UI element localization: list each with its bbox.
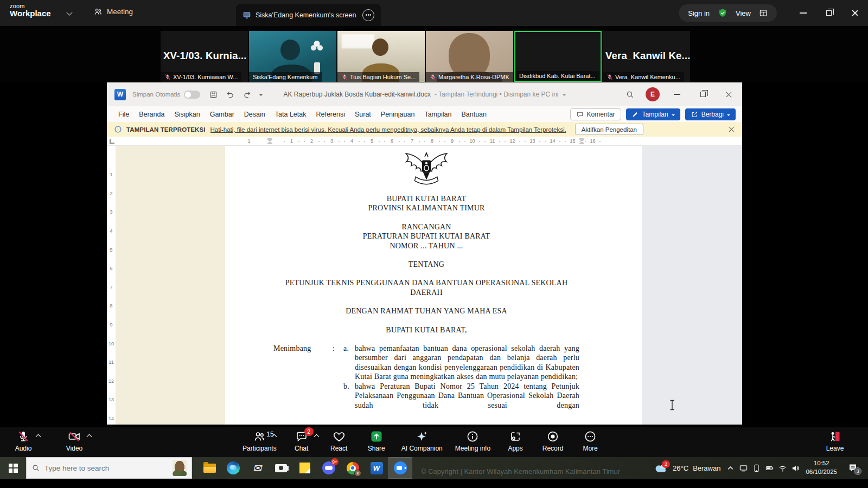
banner-close-icon[interactable] bbox=[727, 125, 736, 133]
ribbon-tab[interactable]: Peninjauan bbox=[376, 108, 420, 120]
participant-tile[interactable]: XV-1/03. Kurnia... XV-1/03. Kurniawan W.… bbox=[161, 31, 248, 82]
taskbar-app[interactable]: W bbox=[365, 457, 388, 479]
title-chevron-icon[interactable] bbox=[563, 94, 566, 98]
chevron-up-icon[interactable] bbox=[87, 434, 92, 440]
close-button[interactable] bbox=[842, 0, 868, 26]
participant-tile[interactable]: Margaretha K.Rosa-DPMK bbox=[426, 31, 513, 82]
tab-options-icon[interactable] bbox=[362, 9, 374, 21]
ribbon-tab[interactable]: Gambar bbox=[205, 108, 239, 120]
document-page[interactable]: BUPATI KUTAI BARAT PROVINSI KALIMANTAN T… bbox=[225, 146, 628, 425]
network-icon[interactable] bbox=[778, 464, 787, 472]
weather-widget[interactable]: 2 26°C Berawan bbox=[654, 463, 720, 473]
taskbar-app[interactable] bbox=[197, 457, 221, 479]
display-icon[interactable] bbox=[739, 464, 748, 472]
chevron-up-icon[interactable] bbox=[726, 464, 735, 472]
indent-marker-left[interactable] bbox=[267, 138, 272, 144]
view-mode-button[interactable]: Tampilan bbox=[626, 108, 680, 120]
tab-meeting[interactable]: Meeting bbox=[93, 7, 133, 16]
chevron-down-icon bbox=[727, 114, 730, 118]
taskbar-app[interactable]: k bbox=[341, 457, 365, 479]
redo-icon[interactable] bbox=[242, 90, 252, 99]
menimbang-label: Menimbang bbox=[273, 344, 333, 410]
search-input[interactable] bbox=[44, 464, 168, 472]
minimize-button[interactable] bbox=[790, 0, 816, 26]
word-title-bar: W Simpan Otomatis AK Raperbup Juklak Bos… bbox=[107, 82, 742, 106]
chevron-up-icon[interactable] bbox=[314, 434, 319, 440]
app-profile-badge: k bbox=[354, 470, 361, 477]
share-button[interactable]: Berbagi bbox=[685, 108, 736, 120]
toolbar-item[interactable]: More bbox=[578, 430, 603, 452]
battery-icon[interactable] bbox=[765, 464, 774, 472]
tab-shared-screen[interactable]: Siska'Edang Kemenkum's screen bbox=[236, 4, 381, 26]
toolbar-item-icon bbox=[68, 430, 81, 443]
participant-tile[interactable]: Siska'Edang Kemenkum bbox=[249, 31, 336, 82]
search-highlight-image[interactable] bbox=[173, 460, 187, 476]
ribbon-tab[interactable]: Referensi bbox=[311, 108, 350, 120]
taskbar-app[interactable] bbox=[269, 457, 293, 479]
word-search-button[interactable] bbox=[618, 82, 641, 106]
enable-editing-button[interactable]: Aktifkan Pengeditan bbox=[575, 124, 643, 135]
undo-icon[interactable] bbox=[226, 90, 235, 99]
chevron-up-icon[interactable] bbox=[36, 434, 41, 440]
word-close-button[interactable] bbox=[716, 82, 742, 107]
phone-icon[interactable] bbox=[752, 464, 761, 472]
toolbar-item[interactable]: Audio bbox=[11, 430, 36, 452]
ribbon-tab[interactable]: Tata Letak bbox=[270, 108, 311, 120]
action-center-button[interactable]: 3 bbox=[843, 463, 863, 473]
view-button[interactable]: View bbox=[736, 9, 751, 17]
ribbon-tab[interactable]: Sisipkan bbox=[169, 108, 205, 120]
account-avatar[interactable]: E bbox=[646, 87, 660, 101]
ruler-number: 9 bbox=[442, 137, 462, 146]
taskbar-search[interactable] bbox=[26, 457, 192, 479]
toolbar-item[interactable]: 15 Participants bbox=[242, 430, 277, 452]
comments-button[interactable]: Komentar bbox=[570, 108, 621, 120]
ribbon-tab[interactable]: Desain bbox=[239, 108, 270, 120]
protected-view-banner: TAMPILAN TERPROTEKSI Hati-hati, file dar… bbox=[107, 122, 742, 137]
ribbon-tab[interactable]: Tampilan bbox=[419, 108, 456, 120]
ribbon-tab[interactable]: Surat bbox=[350, 108, 376, 120]
ribbon-tab[interactable]: Beranda bbox=[134, 108, 169, 120]
toolbar-item[interactable]: React bbox=[327, 430, 352, 452]
autosave-toggle[interactable] bbox=[184, 91, 200, 99]
ruler-number: 12 bbox=[502, 137, 522, 146]
taskbar-app[interactable] bbox=[388, 457, 412, 479]
comments-button-label: Komentar bbox=[587, 111, 615, 118]
doc-salutation: BUPATI KUTAI BARAT, bbox=[273, 325, 579, 335]
toolbar-item[interactable]: Record bbox=[540, 430, 565, 452]
taskbar-app[interactable] bbox=[221, 457, 245, 479]
taskbar-app[interactable]: 9+ bbox=[317, 457, 341, 479]
taskbar-app[interactable]: ✉ bbox=[245, 457, 269, 479]
taskbar-app[interactable] bbox=[293, 457, 317, 479]
participant-tile[interactable]: Disdikbud Kab. Kutai Barat... bbox=[514, 31, 602, 82]
customize-qat-icon[interactable] bbox=[259, 94, 263, 98]
canvas-right-margin bbox=[642, 146, 742, 425]
restore-button[interactable] bbox=[816, 0, 842, 26]
word-restore-button[interactable] bbox=[690, 82, 716, 107]
toolbar-item[interactable]: AI Companion bbox=[401, 430, 443, 452]
chevron-up-icon[interactable] bbox=[272, 434, 277, 440]
toolbar-item[interactable]: Video bbox=[62, 430, 87, 452]
word-minimize-button[interactable] bbox=[664, 82, 690, 107]
toolbar-item[interactable]: Meeting info bbox=[455, 430, 490, 452]
toolbar-item[interactable]: 2 Chat bbox=[289, 430, 314, 452]
toolbar-item-label: Audio bbox=[15, 445, 32, 452]
participant-name-text: Siska'Edang Kemenkum bbox=[253, 74, 318, 80]
start-button[interactable] bbox=[0, 457, 26, 479]
toolbar-item[interactable]: Share bbox=[364, 430, 389, 452]
leave-button[interactable]: Leave bbox=[822, 430, 847, 452]
ribbon-tab[interactable]: Bantuan bbox=[456, 108, 492, 120]
taskbar-clock[interactable]: 10:52 06/10/2025 bbox=[806, 459, 837, 476]
workspace-chevron-icon[interactable] bbox=[66, 9, 72, 15]
autosave-control[interactable]: Simpan Otomatis bbox=[132, 91, 200, 99]
toolbar-item[interactable]: Apps bbox=[503, 430, 528, 452]
toolbar-item-label: Chat bbox=[295, 445, 308, 452]
volume-icon[interactable] bbox=[792, 464, 800, 472]
sign-in-button[interactable]: Sign in bbox=[688, 9, 710, 17]
ribbon-tab[interactable]: File bbox=[113, 108, 134, 120]
participant-tile[interactable]: Vera_Kanwil Ke... Vera_Kanwil Kemenku... bbox=[603, 31, 690, 82]
view-grid-icon[interactable] bbox=[759, 9, 768, 17]
tab-selector-icon[interactable] bbox=[110, 139, 114, 144]
participant-tile[interactable]: Tius Bagian Hukum Se... bbox=[337, 31, 425, 82]
save-icon[interactable] bbox=[209, 90, 218, 99]
consideration-item: b. bahwa Peraturan Bupati Nomor 25 Tahun… bbox=[343, 382, 579, 410]
